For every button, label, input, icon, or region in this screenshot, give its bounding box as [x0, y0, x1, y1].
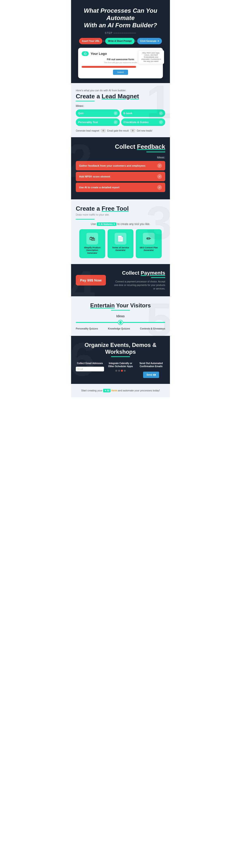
option-contests: Contests & Giveaways	[140, 328, 165, 330]
feedback-underline	[146, 152, 165, 152]
dot-1	[115, 370, 117, 372]
steps-row: Insert Your URL › Write A Short Prompt ›…	[76, 38, 165, 44]
ideas-label: Ideas:	[76, 104, 165, 107]
idea-pill-checklists: Checklists & Guides ✓	[121, 118, 165, 126]
event-col-email: Collect Email Adresses Email	[76, 362, 104, 378]
entertain-ideas-label: Ideas	[76, 314, 165, 318]
step-generate: Generate lead magnet	[76, 129, 99, 132]
idea-pill-quiz: Quiz ✓	[76, 110, 120, 117]
free-tool-section: 3 Create a Free Tool Draw more traffic t…	[71, 199, 170, 264]
send-button[interactable]: Send 📧	[143, 372, 159, 378]
step2-pill: Write A Short Prompt	[105, 38, 134, 44]
step-arrow-2: ›	[135, 39, 137, 43]
events-section: 6 Organize Events, Demos & Workshops Col…	[71, 336, 170, 384]
ai-badge: ✦ AI features ✦	[97, 222, 117, 226]
tos-label: Terms of Service Generator	[110, 246, 131, 252]
form-input-bar	[82, 66, 136, 68]
hero-section: What Processes Can You Automate With an …	[71, 0, 170, 83]
logo-icon: ⏻	[82, 51, 89, 56]
tools-row: 🛍 Shopify Product Description Generator …	[76, 229, 165, 258]
ai-feature-text: Use ✦ AI features ✦ to create any tool y…	[76, 222, 165, 226]
tool-card-shopify: 🛍 Shopify Product Description Generator	[79, 229, 105, 258]
lead-heading: Create a Lead Magnet	[76, 93, 165, 100]
event-col-title-1: Collect Email Adresses	[76, 362, 104, 365]
shopify-icon: 🛍	[86, 233, 98, 245]
hero-subtitle: STEP ───────────	[76, 32, 165, 34]
events-underline	[111, 356, 130, 357]
feedback-idea-3: Use AI to create a detailed report ✓	[76, 183, 165, 192]
tool-card-seo: ✏ SEO Content Plan Generator	[136, 229, 162, 258]
option-personality-quizzes: Personality Quizzes	[76, 328, 98, 330]
form-submit-btn[interactable]: Submit	[113, 70, 128, 75]
lead-intro: Here's what you can do with AI from buil…	[76, 89, 165, 92]
form-preview: ⏻ Your Logo Hey, that's your logo, color…	[78, 48, 163, 79]
tos-icon: 📄	[115, 233, 126, 245]
footer-section: Start creating your ✦ AI form and automa…	[71, 384, 170, 397]
dot-4	[124, 370, 126, 372]
check-icon: ✓	[157, 185, 162, 190]
step3-pill: Click Generate ✦	[137, 38, 162, 44]
check-icon: ✓	[114, 111, 117, 115]
events-heading: Organize Events, Demos & Workshops	[76, 342, 165, 355]
footer-text: Start creating your ✦ AI form and automa…	[76, 389, 165, 393]
idea-pill-personality: Personality Test ✓	[76, 118, 120, 126]
feedback-section: 2 Collect Feedback Ideas: Gather feedbac…	[71, 137, 170, 199]
check-icon: ✓	[159, 111, 163, 115]
payments-text: Collect Payments Connect a payment proce…	[114, 270, 165, 290]
feedback-idea-2: Add NPS® score element ✓	[76, 172, 165, 181]
payments-section: 4 Pay 99$ Now Collect Payments Connect a…	[71, 264, 170, 296]
entertain-heading: Entertain Your Visitors	[76, 302, 165, 309]
payments-description: Connect a payment processor of choice. A…	[114, 280, 165, 290]
logo-text: Your Logo	[91, 52, 107, 56]
check-icon: ✓	[159, 120, 163, 124]
dot-2	[118, 370, 120, 372]
form-preview-note: Hey, that's your logo, colors, and font!…	[138, 50, 164, 64]
feedback-ideas-label: Ideas:	[76, 156, 165, 159]
seo-icon: ✏	[143, 233, 155, 245]
event-col-send: Send Out Automated Confirmation Emails S…	[137, 362, 165, 378]
event-col-calendly: Integrate Calendly or Other Scheduler Ap…	[107, 362, 134, 378]
free-tool-underline	[76, 219, 95, 220]
step-get-leads: Get new leads!	[137, 129, 152, 132]
slider-dot[interactable]	[118, 320, 123, 324]
pay-now-button[interactable]: Pay 99$ Now	[76, 275, 106, 285]
entertain-options: Personality Quizzes Knowledge Quizzes Co…	[76, 328, 165, 330]
dots-row	[107, 370, 134, 372]
free-tool-heading: Create a Free Tool	[76, 205, 165, 212]
option-knowledge-quizzes: Knowledge Quizzes	[108, 328, 130, 330]
step-arrow-1: ›	[103, 39, 104, 43]
footer-highlight: form	[111, 389, 117, 392]
feedback-heading: Collect Feedback	[76, 143, 165, 150]
email-input-preview: Email	[76, 367, 104, 371]
step-chip-1: ⚙	[100, 129, 106, 132]
tool-card-tos: 📄 Terms of Service Generator	[108, 229, 133, 258]
slider-line-right	[123, 322, 165, 323]
event-col-title-3: Send Out Automated Confirmation Emails	[137, 362, 165, 368]
step-chip-2: ⚙	[130, 129, 135, 132]
check-icon: ✓	[157, 174, 162, 179]
events-columns: Collect Email Adresses Email Integrate C…	[76, 362, 165, 378]
seo-label: SEO Content Plan Generator	[138, 246, 159, 252]
hero-title: What Processes Can You Automate With an …	[76, 7, 165, 29]
free-tool-subtitle: Draw more traffic to your site.	[76, 213, 165, 216]
dot-3	[121, 370, 123, 372]
pay-btn-col: Pay 99$ Now	[76, 275, 110, 285]
slider-line-left	[76, 322, 118, 323]
feedback-idea-1: Gather feedback from your customers and …	[76, 161, 165, 170]
lead-steps-list: Generate lead magnet ⚙ Email gate the re…	[76, 129, 165, 132]
step-email-gate: Email gate the result	[107, 129, 129, 132]
slider-row	[76, 320, 165, 324]
heading-underline	[76, 101, 95, 101]
event-col-title-2: Integrate Calendly or Other Scheduler Ap…	[107, 362, 134, 368]
check-icon: ✓	[157, 163, 162, 168]
lead-magnet-section: 1 Here's what you can do with AI from bu…	[71, 83, 170, 137]
payments-heading: Collect Payments	[114, 270, 165, 276]
step1-pill: Insert Your URL	[79, 38, 102, 44]
entertain-section: 5 Entertain Your Visitors Ideas Personal…	[71, 296, 170, 336]
footer-ai-badge: ✦ AI	[103, 389, 111, 392]
check-icon: ✓	[114, 120, 117, 124]
payments-underline	[151, 277, 165, 278]
shopify-label: Shopify Product Description Generator	[82, 246, 103, 255]
idea-pill-ebook: E-book ✓	[121, 110, 165, 117]
ideas-grid: Quiz ✓ E-book ✓ Personality Test ✓ Check…	[76, 110, 165, 126]
